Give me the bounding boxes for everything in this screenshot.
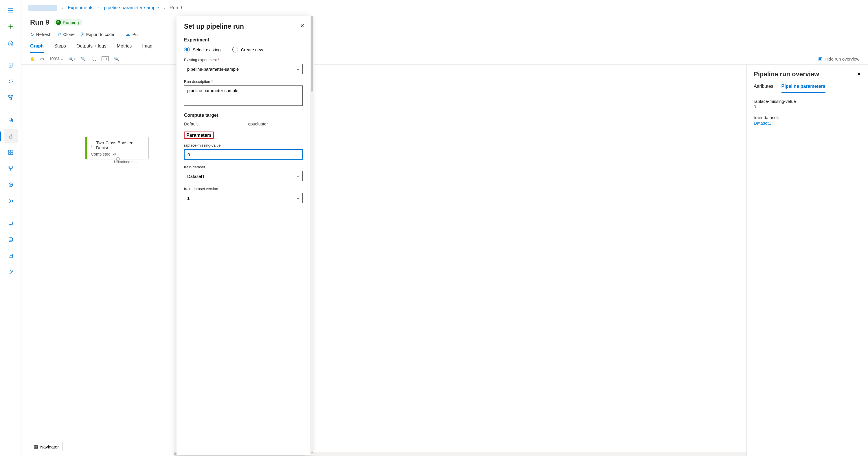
experiments-icon[interactable] <box>4 129 18 143</box>
radio-icon <box>232 47 238 52</box>
svg-point-15 <box>9 237 12 239</box>
fit-screen-icon[interactable]: ⛶ <box>92 56 96 61</box>
label-replace-missing-value: raplace-missing-value <box>184 143 303 147</box>
clone-button[interactable]: ⧉ Clone <box>58 32 75 37</box>
endpoints-icon[interactable] <box>4 194 18 208</box>
components-icon[interactable] <box>4 145 18 159</box>
publish-label: Pul <box>132 32 138 37</box>
action-toolbar: ↻ Refresh ⧉ Clone ⎘ Export to code ⌄ ☁ P… <box>22 29 868 40</box>
train-dataset-version-select[interactable]: 1 ⌄ <box>184 193 303 203</box>
export-icon: ⎘ <box>81 32 84 37</box>
workspace-name-redacted[interactable] <box>28 5 57 11</box>
select-value: 1 <box>187 196 189 200</box>
home-icon[interactable] <box>4 36 18 50</box>
textarea-value: pipeline parameter sample <box>187 88 239 93</box>
data-icon[interactable] <box>4 113 18 127</box>
refresh-label: Refresh <box>36 32 52 37</box>
scrollbar-thumb[interactable] <box>311 16 313 91</box>
designer-icon[interactable] <box>4 91 18 105</box>
screenshot-icon[interactable]: ▭ <box>40 56 44 61</box>
overview-tab-pipeline-parameters[interactable]: Pipeline parameters <box>781 84 826 93</box>
clone-icon: ⧉ <box>58 32 61 37</box>
radio-label: Create new <box>241 47 263 52</box>
compute-icon[interactable] <box>4 217 18 230</box>
page-title: Run 9 <box>30 18 50 26</box>
zoom-value: 100% <box>49 56 60 61</box>
radio-label: Select existing <box>193 47 221 52</box>
svg-rect-6 <box>8 150 10 152</box>
svg-point-10 <box>8 167 9 168</box>
tab-images[interactable]: Imag <box>142 44 153 53</box>
chevron-down-icon: ⌄ <box>297 67 300 71</box>
close-icon[interactable]: ✕ <box>857 71 861 77</box>
navigator-button[interactable]: ▦ Navigator <box>30 442 62 451</box>
hamburger-icon[interactable] <box>4 3 18 18</box>
replace-missing-value-input[interactable] <box>184 149 303 160</box>
automl-icon[interactable] <box>4 75 18 88</box>
existing-experiment-select[interactable]: pipeline-parameter-sample ⌄ <box>184 64 303 74</box>
publish-button[interactable]: ☁ Pul <box>125 32 138 37</box>
chevron-right-icon: › <box>62 6 63 10</box>
linked-icon[interactable] <box>4 265 18 279</box>
node-status-text: Completed <box>91 152 111 156</box>
run-overview-panel: Pipeline run overview ✕ Attributes Pipel… <box>746 65 868 456</box>
cloud-upload-icon: ☁ <box>125 32 130 37</box>
breadcrumb-current: Run 9 <box>169 5 182 10</box>
svg-rect-1 <box>8 95 10 97</box>
export-button[interactable]: ⎘ Export to code ⌄ <box>81 32 119 37</box>
compute-default-value: cpucluster <box>248 121 268 126</box>
recycle-icon: ♻ <box>113 152 117 156</box>
zoom-in-icon[interactable]: 🔍+ <box>68 56 75 61</box>
svg-rect-5 <box>10 119 12 122</box>
svg-rect-7 <box>11 150 12 152</box>
models-icon[interactable] <box>4 178 18 192</box>
svg-rect-3 <box>10 98 11 99</box>
pipelines-icon[interactable] <box>4 162 18 176</box>
svg-point-12 <box>10 170 11 171</box>
tab-steps[interactable]: Steps <box>54 44 66 53</box>
train-dataset-select[interactable]: Dataset1 ⌄ <box>184 171 303 181</box>
section-experiment: Experiment <box>184 37 303 42</box>
add-icon[interactable] <box>4 20 18 34</box>
hide-run-overview-button[interactable]: ▣ Hide run overview <box>818 56 859 61</box>
param-value-link[interactable]: Dataset1 <box>754 120 771 125</box>
radio-create-new[interactable]: Create new <box>232 47 263 52</box>
datastores-icon[interactable] <box>4 233 18 247</box>
labeling-icon[interactable] <box>4 249 18 263</box>
overview-tab-attributes[interactable]: Attributes <box>754 84 773 93</box>
close-icon[interactable]: ✕ <box>300 23 304 29</box>
svg-rect-2 <box>11 95 12 97</box>
select-value: Dataset1 <box>187 174 205 179</box>
graph-toolbar: ✋ ▭ 100% ⌄ 🔍+ 🔍- ⛶ 1:1 🔍 ▣ Hide run over… <box>22 53 868 65</box>
pan-tool-icon[interactable]: ✋ <box>30 56 35 61</box>
label-existing-experiment: Existing experiment * <box>184 58 303 62</box>
breadcrumb: › Experiments › pipeline-parameter-sampl… <box>22 0 868 14</box>
param-name: train-dataset: <box>754 115 861 120</box>
zoom-out-icon[interactable]: 🔍- <box>81 56 87 61</box>
tab-outputs[interactable]: Outputs + logs <box>76 44 106 53</box>
refresh-button[interactable]: ↻ Refresh <box>30 32 52 37</box>
scroll-down-arrow[interactable]: ▾ <box>310 451 314 455</box>
compute-default-label: Default <box>184 121 198 126</box>
node-title: Two-Class Boosted Decisi <box>96 140 144 150</box>
search-icon[interactable]: 🔍 <box>114 56 119 61</box>
port-label: Untrained mo <box>114 160 136 164</box>
panel-collapse-icon: ▣ <box>818 56 822 61</box>
radio-icon <box>184 47 190 52</box>
radio-select-existing[interactable]: Select existing <box>184 47 221 52</box>
graph-node-two-class-boosted[interactable]: ⁝⁝ Two-Class Boosted Decisi Completed ♻ <box>85 137 149 159</box>
breadcrumb-experiments[interactable]: Experiments <box>68 5 93 10</box>
zoom-select[interactable]: 100% ⌄ <box>49 56 63 61</box>
section-parameters: Parameters <box>186 133 212 138</box>
tab-metrics[interactable]: Metrics <box>117 44 132 53</box>
chevron-right-icon: › <box>164 6 165 10</box>
tab-graph[interactable]: Graph <box>30 44 44 53</box>
chevron-down-icon: ⌄ <box>297 196 300 200</box>
graph-canvas[interactable]: ⁝⁝ Two-Class Boosted Decisi Completed ♻ … <box>22 65 868 456</box>
actual-size-icon[interactable]: 1:1 <box>101 56 109 61</box>
svg-point-11 <box>11 167 13 168</box>
notebook-icon[interactable] <box>4 58 18 72</box>
run-description-input[interactable]: pipeline parameter sample <box>184 85 303 106</box>
modal-scrollbar[interactable]: ▾ <box>310 16 314 455</box>
breadcrumb-pipeline[interactable]: pipeline-parameter-sample <box>104 5 159 10</box>
